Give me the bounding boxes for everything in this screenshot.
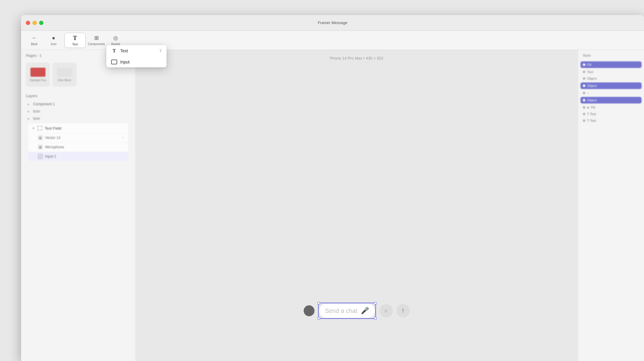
canvas-area[interactable]: Phone 14 Pro Max • 430 × 932 Send a ch [136, 50, 578, 361]
extra1-label: ● [587, 106, 589, 109]
back-button[interactable]: ← Back [26, 33, 43, 48]
text-field-frame-icon [37, 126, 42, 131]
icon-tool-label: Icon [51, 42, 57, 46]
right-sidebar-extra1[interactable]: ● Fill [578, 104, 644, 111]
handle-br[interactable] [374, 317, 377, 319]
text-item-shortcut: T [159, 49, 162, 53]
input1-label: Input 1 [45, 154, 56, 159]
component-layer-label: Component 1 [33, 102, 55, 106]
right-sidebar-obj3[interactable]: – [578, 90, 644, 96]
text2-label: T Text [587, 112, 596, 116]
chat-action-btn-2[interactable]: f [396, 304, 410, 317]
right-sidebar-text3[interactable]: T Text [578, 117, 644, 124]
canvas-info: Phone 14 Pro Max • 430 × 932 [330, 56, 383, 60]
right-sidebar-text2[interactable]: T Text [578, 111, 644, 117]
text-item-icon: T [111, 48, 117, 54]
fill-label: Fill [587, 63, 591, 66]
input-item-icon [111, 60, 117, 64]
expand-icon: ▼ [32, 127, 35, 130]
app-window: Framer Message ← Back ● Icon T Text ⊞ Co… [21, 15, 644, 361]
handle-tl[interactable] [317, 302, 320, 304]
component-thumb-1[interactable]: Sample Foo [26, 63, 50, 87]
text3-label: T Text [587, 119, 596, 122]
icon-tool-button[interactable]: ● Icon [45, 33, 62, 48]
text-tool-t-icon: T [73, 35, 77, 42]
right-sidebar-obj1[interactable]: Object [578, 75, 644, 82]
sub-layer-vector14[interactable]: ▦ Vector 14 〰 [28, 133, 128, 142]
text-item-label: Text [120, 48, 128, 53]
text3-dot [583, 119, 585, 122]
obj1-dot [583, 77, 585, 80]
text2-dot [583, 113, 585, 115]
icon2-layer-label: Icon [33, 116, 40, 121]
icon1-layer-label: Icon [33, 109, 40, 113]
back-label: Back [31, 42, 38, 46]
vector14-icon: ▦ [38, 135, 43, 140]
text-tool-button[interactable]: T Text [64, 33, 86, 48]
extra1-dot [583, 106, 585, 109]
sub-layer-microphone[interactable]: ▦ Microphone [28, 142, 128, 152]
input1-icon: I [38, 154, 43, 159]
text-dropdown-menu: T Text T Input [106, 45, 167, 67]
maximize-button[interactable] [39, 21, 43, 25]
text-tool-label: Text [72, 43, 78, 46]
title-bar: Framer Message [21, 15, 644, 31]
close-button[interactable] [26, 21, 30, 25]
obj3-dot [583, 92, 585, 94]
right-sidebar-fill[interactable]: Fill [580, 61, 642, 68]
right-sidebar-obj2[interactable]: Object [580, 82, 642, 89]
obj4-dot [583, 99, 585, 101]
assets-icon: ◎ [113, 35, 118, 41]
vector14-label: Vector 14 [45, 136, 61, 140]
input-item-label: Input [120, 60, 130, 64]
component-layer-icon: ● [26, 102, 31, 106]
components-icon: ⊞ [94, 35, 99, 41]
thumb-preview-2 [57, 68, 72, 77]
chat-input-field[interactable]: Send a chat 🎤 [319, 303, 375, 318]
microphone-label: Microphone [45, 145, 64, 149]
canvas-chat-component[interactable]: Send a chat 🎤 ○ f [304, 303, 410, 319]
selection-box: Send a chat 🎤 [318, 303, 376, 319]
right-sidebar-obj4[interactable]: Object [580, 97, 642, 103]
component-thumb-2[interactable]: One More [52, 63, 77, 87]
microphone-icon-canvas: 🎤 [361, 307, 369, 315]
handle-bl[interactable] [317, 317, 320, 319]
text-field-layer-group: ▼ Text Field ▦ Vector 14 〰 ▦ Microphone [28, 123, 128, 161]
components-label: Components [88, 42, 105, 46]
thumb-label-1: Sample Foo [30, 79, 46, 82]
obj4-label: Object [587, 98, 597, 102]
thumb-label-2: One More [58, 79, 71, 82]
right-sidebar-text1[interactable]: Text [578, 69, 644, 75]
chat-placeholder-text: Send a chat [325, 307, 357, 314]
text-field-label: Text Field [45, 126, 124, 131]
text-field-header[interactable]: ▼ Text Field [28, 123, 128, 133]
sub-layer-input1[interactable]: I Input 1 [28, 152, 128, 161]
thumb-preview-1 [30, 68, 45, 77]
fill-dot [583, 63, 585, 66]
layer-item-component[interactable]: ● Component 1 [26, 100, 130, 108]
chat-avatar [304, 305, 314, 316]
minimize-button[interactable] [33, 21, 37, 25]
layers-title: Layers [26, 94, 130, 98]
icon1-layer-icon: ● [26, 109, 31, 114]
microphone-icon: ▦ [38, 145, 43, 150]
text-dropdown-item-text[interactable]: T Text T [106, 45, 167, 57]
handle-tr[interactable] [374, 302, 377, 304]
right-sidebar: Style Fill Text Object Object – [578, 50, 644, 361]
window-title: Framer Message [318, 20, 347, 25]
text1-dot [583, 71, 585, 73]
icon-tool-icon: ● [52, 35, 55, 41]
text-dropdown-item-input[interactable]: Input [106, 57, 167, 67]
obj3-label: – [587, 91, 589, 95]
obj1-label: Object [587, 77, 597, 80]
right-sidebar-header: Style [578, 50, 644, 61]
back-icon: ← [32, 35, 37, 41]
layers-section: Layers ● Component 1 ● Icon ● Icon ▼ [21, 91, 135, 165]
text1-label: Text [587, 70, 593, 74]
obj2-label: Object [587, 84, 597, 88]
layer-item-icon1[interactable]: ● Icon [26, 108, 130, 115]
chat-action-btn-1[interactable]: ○ [380, 304, 393, 317]
layer-item-icon2[interactable]: ● Icon [26, 115, 130, 122]
vector14-extra-icon: 〰 [121, 136, 124, 140]
components-tool-button[interactable]: ⊞ Components [88, 33, 105, 48]
